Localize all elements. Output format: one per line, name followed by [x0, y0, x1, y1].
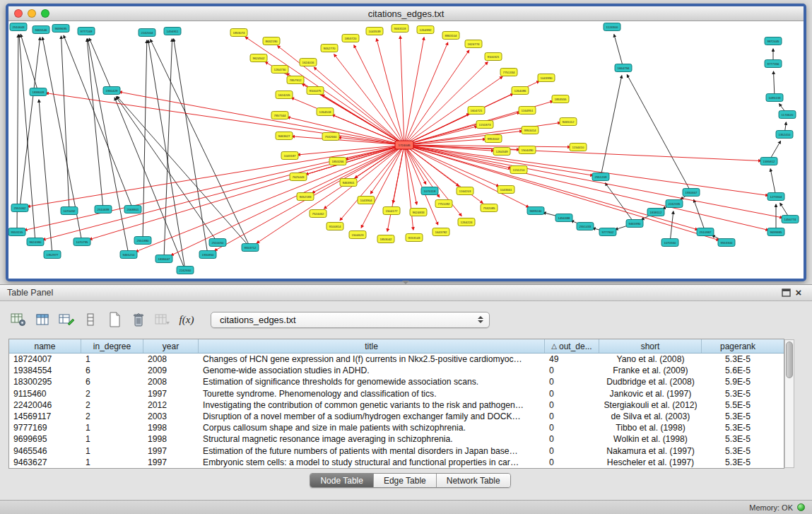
memory-ok-indicator [797, 503, 805, 511]
zoom-window-button[interactable] [41, 9, 49, 18]
svg-text:1853074: 1853074 [233, 31, 245, 35]
table-settings-icon[interactable] [8, 310, 28, 329]
svg-text:2551062: 2551062 [13, 206, 26, 210]
table-row[interactable]: 946362711997Embryonic stem cells: a mode… [9, 457, 784, 468]
svg-text:1853720: 1853720 [344, 37, 357, 40]
memory-status-label: Memory: OK [749, 503, 793, 512]
svg-text:2242660: 2242660 [179, 269, 192, 272]
float-panel-icon[interactable] [779, 287, 792, 298]
rows-icon[interactable] [81, 310, 100, 329]
svg-text:7532660: 7532660 [324, 135, 337, 139]
table-scrollbar-thumb[interactable] [786, 341, 793, 378]
table-row[interactable]: 2242004622012Investigating the contribut… [9, 399, 784, 411]
cell-out_de: 49 [545, 354, 599, 365]
cell-in_degree: 2 [81, 399, 143, 411]
window-title: citations_edges.txt [368, 8, 445, 19]
svg-text:9699240: 9699240 [529, 209, 542, 213]
table-selector-dropdown[interactable]: citations_edges.txt [211, 312, 490, 328]
column-header-label: year [163, 341, 179, 351]
svg-text:1070118: 1070118 [424, 189, 436, 193]
combo-arrows-icon [478, 316, 483, 323]
network-graph[interactable]: 1724046185307496245028632190126473016242… [8, 21, 804, 279]
svg-text:9699695: 9699695 [54, 27, 67, 30]
svg-text:1604721: 1604721 [470, 109, 483, 112]
cell-year: 1998 [143, 422, 199, 433]
edit-table-icon[interactable] [57, 310, 76, 329]
traffic-lights [14, 9, 49, 18]
table-row[interactable]: 1456911722003Disruption of a novel membe… [9, 411, 784, 422]
tab-node-table[interactable]: Node Table [310, 474, 373, 487]
cell-year: 1997 [143, 457, 199, 468]
svg-text:9872445: 9872445 [767, 40, 779, 43]
column-header-in_degree[interactable]: in_degree [81, 339, 143, 353]
cell-name: 22420046 [9, 399, 81, 411]
column-header-label: out_de... [559, 341, 592, 351]
svg-text:9052183: 9052183 [299, 195, 312, 199]
show-columns-icon[interactable] [33, 310, 52, 329]
network-canvas[interactable]: 1724046185307496245028632190126473016242… [8, 21, 804, 279]
svg-text:2510050: 2510050 [211, 241, 224, 245]
column-header-title[interactable]: title [199, 339, 545, 353]
column-header-name[interactable]: name [9, 339, 81, 353]
cell-in_degree: 2 [81, 411, 143, 422]
svg-text:1456388: 1456388 [558, 216, 570, 220]
svg-text:2242004: 2242004 [141, 31, 153, 35]
create-table-icon[interactable] [105, 310, 124, 329]
cell-year: 2008 [143, 354, 199, 365]
cell-name: 9463627 [9, 457, 81, 468]
minimize-window-button[interactable] [28, 9, 36, 18]
close-window-button[interactable] [14, 9, 23, 18]
table-panel: Table Panel × [0, 284, 812, 500]
cell-in_degree: 1 [81, 445, 143, 457]
svg-text:1164203: 1164203 [459, 189, 471, 193]
svg-text:1264224: 1264224 [460, 221, 473, 224]
cell-name: 18724007 [9, 354, 81, 365]
svg-text:1853266: 1853266 [331, 160, 344, 163]
column-header-year[interactable]: year [143, 339, 199, 353]
svg-text:1352977: 1352977 [46, 253, 59, 257]
svg-text:1164951: 1164951 [522, 109, 534, 112]
cell-out_de: 0 [545, 445, 599, 457]
cell-short: Franke et al. (2009) [599, 365, 702, 376]
svg-text:1456911: 1456911 [167, 30, 179, 33]
cell-year: 1997 [143, 445, 199, 457]
tab-edge-table[interactable]: Edge Table [373, 474, 436, 487]
function-builder-icon[interactable]: f(x) [177, 310, 196, 329]
table-row[interactable]: 1830029562008Estimation of significance … [9, 376, 784, 387]
cell-pagerank: 5.9E-5 [702, 376, 774, 387]
cell-name: 9777169 [9, 422, 81, 433]
svg-text:1043990: 1043990 [540, 76, 553, 80]
svg-text:1264992: 1264992 [419, 28, 432, 32]
column-header-pagerank[interactable]: pagerank [702, 339, 774, 353]
column-header-short[interactable]: short [599, 339, 702, 353]
close-panel-icon[interactable]: × [792, 287, 805, 298]
delete-table-icon[interactable] [129, 310, 148, 329]
window-titlebar[interactable]: citations_edges.txt [8, 6, 804, 21]
cell-pagerank: 5.3E-5 [702, 354, 774, 365]
cell-short: Yano et al. (2008) [599, 354, 702, 365]
svg-text:2510643: 2510643 [12, 25, 25, 29]
table-scrollbar[interactable] [784, 339, 794, 468]
svg-text:8863104: 8863104 [445, 34, 457, 37]
panel-title: Table Panel [7, 288, 53, 298]
svg-text:2551209: 2551209 [594, 175, 607, 179]
table-row[interactable]: 977716911998Corpus callosum shape and si… [9, 422, 784, 433]
svg-text:9624833: 9624833 [412, 211, 425, 214]
table-tabs: Node TableEdge TableNetwork Table [8, 473, 812, 488]
table-header-row: namein_degreeyeartitle△out_de...shortpag… [9, 339, 784, 354]
svg-text:1853555: 1853555 [554, 98, 567, 101]
svg-text:1095133: 1095133 [768, 96, 781, 100]
cell-short: Nakamura et al. (1997) [599, 445, 702, 457]
table-row[interactable]: 1872400712008Changes of HCN gene express… [9, 354, 784, 365]
cell-pagerank: 5.3E-5 [702, 388, 774, 399]
column-header-out_de[interactable]: △out_de... [545, 339, 599, 353]
tab-network-table[interactable]: Network Table [436, 474, 510, 487]
table-row[interactable]: 946554611997Estimation of the future num… [9, 445, 784, 457]
function-builder-label: f(x) [180, 314, 194, 326]
cell-year: 2003 [143, 411, 199, 422]
table-row[interactable]: 969969511998Structural magnetic resonanc… [9, 433, 784, 445]
svg-text:9624380: 9624380 [29, 240, 42, 244]
table-row[interactable]: 911546021997Tourette syndrome. Phenomeno… [9, 388, 784, 399]
import-table-icon[interactable] [153, 310, 172, 329]
table-row[interactable]: 1938455462009Genome-wide association stu… [9, 365, 784, 376]
